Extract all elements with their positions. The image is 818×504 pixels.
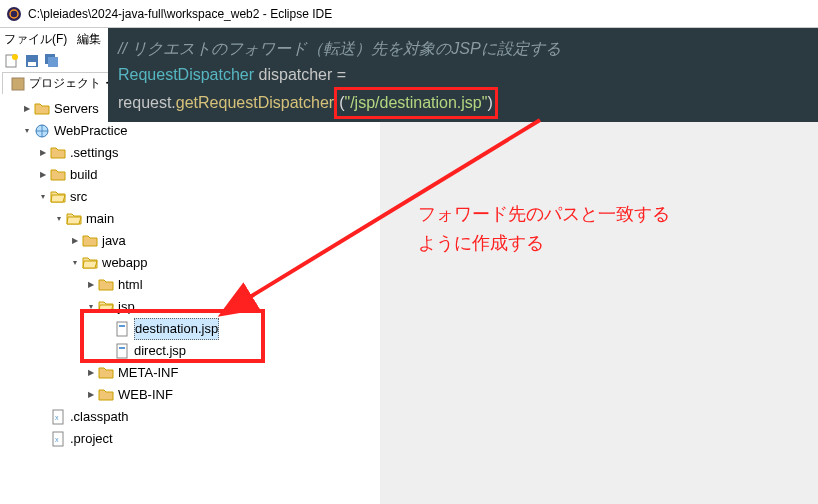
folder-icon (98, 365, 114, 381)
folder-icon (98, 277, 114, 293)
svg-rect-13 (119, 347, 125, 349)
new-icon[interactable] (4, 53, 20, 69)
folder-icon (98, 387, 114, 403)
code-string-highlight: ("/jsp/destination.jsp") (334, 87, 498, 119)
title-bar: C:\pleiades\2024-java-full\workspace_web… (0, 0, 818, 28)
chevron-right-icon[interactable]: ▶ (84, 388, 98, 402)
chevron-right-icon[interactable]: ▶ (36, 168, 50, 182)
svg-point-0 (7, 7, 21, 21)
annotation-line1: フォワード先のパスと一致する (418, 200, 670, 229)
code-comment: // リクエストのフォワード（転送）先を対象のJSPに設定する (118, 40, 561, 57)
tree-html[interactable]: ▶ html (4, 274, 380, 296)
folder-icon (34, 101, 50, 117)
menu-file[interactable]: ファイル(F) (4, 31, 67, 48)
tree-label: html (118, 275, 143, 295)
tree-project[interactable]: x .project (4, 428, 380, 450)
tree-label: .settings (70, 143, 118, 163)
tree-main[interactable]: ▾ main (4, 208, 380, 230)
folder-open-icon (82, 255, 98, 271)
tree-label: java (102, 231, 126, 251)
annotation-text: フォワード先のパスと一致する ように作成する (418, 200, 670, 258)
tree-label: Servers (54, 99, 99, 119)
tree-label: .project (70, 429, 113, 449)
folder-icon (82, 233, 98, 249)
explorer-tab-icon (11, 77, 25, 91)
tree-label: META-INF (118, 363, 178, 383)
code-obj: request. (118, 94, 176, 111)
svg-rect-11 (119, 325, 125, 327)
svg-text:x: x (55, 436, 59, 443)
tree-label: build (70, 165, 97, 185)
tree-label: main (86, 209, 114, 229)
chevron-down-icon[interactable]: ▾ (84, 300, 98, 314)
code-string: "/jsp/destination.jsp" (344, 94, 487, 111)
project-explorer: プロジェクト・エ ▶ Servers ▾ WebPractice ▶ .sett… (0, 72, 380, 504)
window-title: C:\pleiades\2024-java-full\workspace_web… (28, 7, 332, 21)
tree-destination-jsp[interactable]: destination.jsp (4, 318, 380, 340)
svg-text:x: x (55, 414, 59, 421)
svg-rect-5 (28, 62, 36, 66)
chevron-down-icon[interactable]: ▾ (68, 256, 82, 270)
tree-classpath[interactable]: x .classpath (4, 406, 380, 428)
menu-edit[interactable]: 編集 (77, 31, 101, 48)
tree-label: src (70, 187, 87, 207)
tree-settings[interactable]: ▶ .settings (4, 142, 380, 164)
tree-web-inf[interactable]: ▶ WEB-INF (4, 384, 380, 406)
tree-webapp[interactable]: ▾ webapp (4, 252, 380, 274)
tree-label: .classpath (70, 407, 129, 427)
chevron-down-icon[interactable]: ▾ (20, 124, 34, 138)
annotation-line2: ように作成する (418, 229, 670, 258)
web-project-icon (34, 123, 50, 139)
svg-rect-8 (12, 78, 24, 90)
svg-rect-10 (117, 322, 127, 336)
tree-java[interactable]: ▶ java (4, 230, 380, 252)
save-all-icon[interactable] (44, 53, 60, 69)
chevron-down-icon[interactable]: ▾ (52, 212, 66, 226)
editor-pane (380, 72, 818, 504)
tree-label: WebPractice (54, 121, 127, 141)
tree-direct-jsp[interactable]: direct.jsp (4, 340, 380, 362)
chevron-down-icon[interactable]: ▾ (36, 190, 50, 204)
tree-src[interactable]: ▾ src (4, 186, 380, 208)
chevron-right-icon[interactable]: ▶ (36, 146, 50, 160)
code-method: getRequestDispatcher (176, 94, 334, 111)
tree-label: destination.jsp (134, 318, 219, 340)
folder-icon (50, 167, 66, 183)
save-icon[interactable] (24, 53, 40, 69)
tree: ▶ Servers ▾ WebPractice ▶ .settings ▶ bu… (0, 94, 380, 450)
folder-icon (50, 145, 66, 161)
svg-rect-7 (48, 57, 58, 67)
chevron-right-icon[interactable]: ▶ (84, 278, 98, 292)
tree-label: jsp (118, 297, 135, 317)
code-overlay: // リクエストのフォワード（転送）先を対象のJSPに設定する RequestD… (108, 28, 818, 122)
eclipse-icon (6, 6, 22, 22)
folder-open-icon (50, 189, 66, 205)
tree-label: WEB-INF (118, 385, 173, 405)
xml-file-icon: x (50, 431, 66, 447)
folder-open-icon (66, 211, 82, 227)
xml-file-icon: x (50, 409, 66, 425)
svg-point-3 (12, 54, 18, 60)
tree-webpractice[interactable]: ▾ WebPractice (4, 120, 380, 142)
main-area: プロジェクト・エ ▶ Servers ▾ WebPractice ▶ .sett… (0, 72, 818, 504)
tree-meta-inf[interactable]: ▶ META-INF (4, 362, 380, 384)
tree-build[interactable]: ▶ build (4, 164, 380, 186)
tree-label: direct.jsp (134, 341, 186, 361)
jsp-file-icon (114, 321, 130, 337)
code-type: RequestDispatcher (118, 66, 254, 83)
jsp-file-icon (114, 343, 130, 359)
tree-jsp[interactable]: ▾ jsp (4, 296, 380, 318)
tree-label: webapp (102, 253, 148, 273)
chevron-right-icon[interactable]: ▶ (68, 234, 82, 248)
chevron-right-icon[interactable]: ▶ (84, 366, 98, 380)
svg-rect-12 (117, 344, 127, 358)
folder-open-icon (98, 299, 114, 315)
chevron-right-icon[interactable]: ▶ (20, 102, 34, 116)
code-var: dispatcher = (254, 66, 346, 83)
